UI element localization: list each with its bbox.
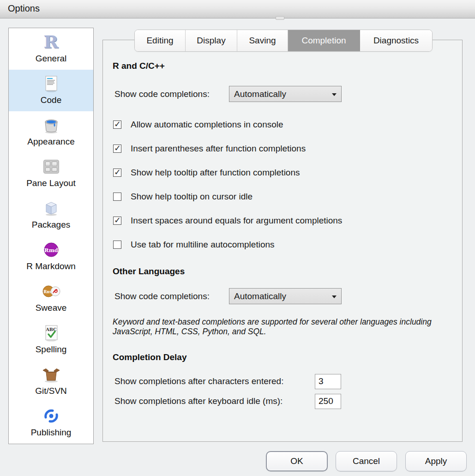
other-languages-note: Keyword and text-based completions are s… — [113, 317, 458, 337]
sidebar-item-spelling[interactable]: ABC Spelling — [9, 319, 93, 361]
pane-grid-icon — [9, 153, 93, 176]
sidebar-item-label: Publishing — [9, 428, 93, 438]
sidebar-item-label: General — [9, 54, 93, 64]
window-title: Options — [8, 3, 40, 14]
tab-diagnostics[interactable]: Diagnostics — [360, 30, 432, 51]
checkbox-row-insert-parentheses: Insert parentheses after function comple… — [113, 143, 306, 155]
tab-label: Editing — [146, 36, 173, 46]
tab-completion[interactable]: Completion — [288, 30, 360, 51]
sidebar-item-label: Pane Layout — [9, 178, 93, 188]
sidebar-item-git-svn[interactable]: Git/SVN — [9, 361, 93, 402]
tab-label: Completion — [301, 36, 346, 46]
sidebar-item-label: Sweave — [9, 303, 93, 313]
checkbox[interactable] — [113, 241, 121, 249]
show-code-completions-label: Show code completions: — [114, 291, 229, 301]
sidebar-item-general[interactable]: R General — [9, 28, 93, 70]
checkbox-label: Insert spaces around equals for argument… — [131, 216, 342, 226]
chevron-down-icon — [332, 93, 337, 96]
tab-editing[interactable]: Editing — [135, 30, 186, 51]
section-heading-other-languages: Other Languages — [113, 266, 185, 277]
checkbox[interactable] — [113, 193, 121, 201]
tab-label: Saving — [249, 36, 276, 46]
sidebar-item-code[interactable]: Code — [9, 70, 93, 111]
tab-display[interactable]: Display — [186, 30, 237, 51]
cancel-button[interactable]: Cancel — [336, 451, 397, 471]
r-logo-icon: R — [9, 28, 93, 51]
tab-label: Diagnostics — [373, 36, 419, 46]
sweave-icon: Rnw — [9, 277, 93, 301]
r-completions-row: Show code completions: Automatically — [114, 86, 342, 102]
code-document-icon — [9, 70, 93, 93]
sidebar-item-label: Appearance — [9, 137, 93, 147]
spelling-check-icon: ABC — [9, 319, 93, 342]
tab-saving[interactable]: Saving — [237, 30, 288, 51]
paint-bucket-icon — [9, 111, 93, 134]
rmd-icon: Rmd — [9, 236, 93, 259]
checkbox[interactable] — [113, 121, 121, 129]
dropdown-selected-value: Automatically — [234, 89, 286, 99]
checkbox[interactable] — [113, 169, 121, 177]
sidebar-item-r-markdown[interactable]: Rmd R Markdown — [9, 236, 93, 277]
svg-text:Rmd: Rmd — [44, 247, 58, 253]
sidebar-item-pane-layout[interactable]: Pane Layout — [9, 153, 93, 194]
other-completions-row: Show code completions: Automatically — [114, 288, 342, 304]
keyboard-idle-label: Show completions after keyboard idle (ms… — [114, 396, 315, 406]
sidebar-item-appearance[interactable]: Appearance — [9, 111, 93, 153]
ok-button[interactable]: OK — [266, 451, 328, 471]
tab-bar: Editing Display Saving Completion Diagno… — [134, 30, 433, 52]
apply-button[interactable]: Apply — [405, 451, 467, 471]
publishing-icon — [9, 402, 93, 425]
checkbox-row-tooltip-after-completion: Show help tooltip after function complet… — [113, 167, 300, 179]
checkbox-row-spaces-around-equals: Insert spaces around equals for argument… — [113, 215, 342, 227]
checkbox-row-tooltip-cursor-idle: Show help tooltip on cursor idle — [113, 191, 253, 203]
sidebar-item-label: Code — [9, 95, 93, 105]
chars-entered-input[interactable] — [315, 374, 341, 389]
sidebar-item-label: R Markdown — [9, 261, 93, 271]
checkbox-row-console-completions: Allow automatic completions in console — [113, 119, 283, 131]
checkbox-label: Use tab for multiline autocompletions — [131, 240, 275, 250]
r-completions-dropdown[interactable]: Automatically — [229, 86, 342, 102]
chars-entered-label: Show completions after characters entere… — [114, 376, 315, 386]
window-resize-grip[interactable] — [276, 16, 284, 20]
package-cube-icon — [9, 194, 93, 217]
section-heading-r-cpp: R and C/C++ — [113, 61, 165, 71]
titlebar[interactable]: Options — [0, 0, 475, 18]
sidebar-item-sweave[interactable]: Rnw Sweave — [9, 277, 93, 319]
completion-settings-panel: R and C/C++ Show code completions: Autom… — [102, 40, 463, 442]
section-heading-completion-delay: Completion Delay — [113, 352, 186, 362]
sidebar-item-packages[interactable]: Packages — [9, 194, 93, 236]
checkbox-label: Show help tooltip after function complet… — [131, 168, 300, 178]
checkbox-label: Show help tooltip on cursor idle — [131, 192, 253, 202]
chevron-down-icon — [332, 295, 337, 298]
sidebar-item-label: Spelling — [9, 344, 93, 355]
keyboard-idle-input[interactable] — [315, 394, 341, 409]
checkbox-row-tab-multiline: Use tab for multiline autocompletions — [113, 239, 275, 251]
checkbox-label: Insert parentheses after function comple… — [131, 144, 306, 154]
show-code-completions-label: Show code completions: — [114, 89, 229, 99]
other-languages-completions-dropdown[interactable]: Automatically — [229, 288, 342, 304]
sidebar: R General Code App — [8, 28, 94, 444]
sidebar-item-label: Git/SVN — [9, 386, 93, 396]
tab-label: Display — [197, 36, 225, 46]
dropdown-selected-value: Automatically — [234, 291, 286, 301]
sidebar-item-label: Packages — [9, 220, 93, 230]
checkbox-label: Allow automatic completions in console — [131, 120, 283, 130]
sidebar-item-publishing[interactable]: Publishing — [9, 402, 93, 444]
git-box-icon — [9, 361, 93, 384]
chars-entered-row: Show completions after characters entere… — [114, 374, 341, 389]
checkbox[interactable] — [113, 217, 121, 225]
keyboard-idle-row: Show completions after keyboard idle (ms… — [114, 393, 341, 409]
checkbox[interactable] — [113, 145, 121, 153]
